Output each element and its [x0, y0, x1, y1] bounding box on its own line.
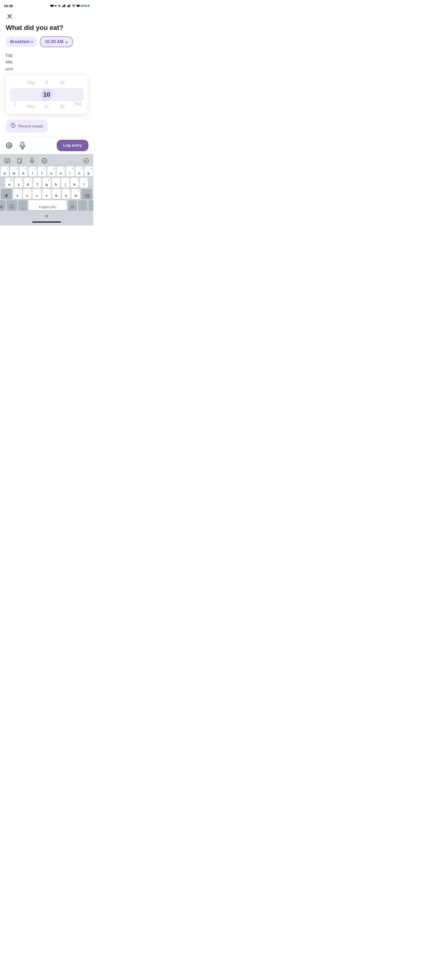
- key-z[interactable]: *z: [13, 189, 22, 199]
- key-q[interactable]: 1q: [1, 167, 9, 177]
- svg-point-20: [11, 124, 12, 124]
- keyboard: 1q 2w 3e 4r 5t 6y 7u 8i 9o 0p @a #s £d _…: [0, 154, 93, 225]
- key-space[interactable]: English (UK): [29, 200, 67, 210]
- key-j[interactable]: +j: [61, 178, 69, 188]
- key-p[interactable]: 0p: [85, 167, 93, 177]
- key-shift[interactable]: [1, 189, 12, 199]
- svg-marker-1: [53, 5, 54, 6]
- keyboard-sticker-icon[interactable]: [15, 156, 24, 165]
- keyboard-collapse-button[interactable]: ∨: [0, 212, 93, 220]
- time-button[interactable]: 10:29 AM ▲: [40, 37, 73, 47]
- key-d[interactable]: £d: [24, 178, 32, 188]
- key-t[interactable]: 5t: [38, 167, 46, 177]
- picker-day-selected: 1: [8, 86, 23, 99]
- key-f[interactable]: _f: [33, 178, 41, 188]
- key-c[interactable]: 'c: [33, 189, 41, 199]
- key-voice-hint[interactable]: [68, 200, 77, 210]
- key-b[interactable]: ;b: [52, 189, 61, 199]
- keyboard-voice-icon[interactable]: [28, 156, 36, 165]
- key-l[interactable]: )l: [80, 178, 88, 188]
- picker-hour-above: 9: [39, 77, 54, 88]
- recent-meals-button[interactable]: Recent meals: [6, 119, 48, 133]
- keyboard-emoji-icon[interactable]: [3, 156, 11, 165]
- key-a[interactable]: @a: [5, 178, 13, 188]
- picker-column-day[interactable]: 1 2: [8, 78, 23, 111]
- picker-column-minute[interactable]: 28 29 30: [54, 75, 70, 114]
- svg-rect-10: [68, 5, 68, 7]
- food-item-milk: Milk: [6, 59, 87, 66]
- close-button[interactable]: [6, 13, 13, 20]
- key-g[interactable]: &g: [43, 178, 51, 188]
- key-k[interactable]: (k: [71, 178, 79, 188]
- signal-bars-icon: [62, 4, 66, 7]
- key-s[interactable]: #s: [14, 178, 23, 188]
- keyboard-row-1: 1q 2w 3e 4r 5t 6y 7u 8i 9o 0p: [1, 167, 92, 177]
- svg-rect-30: [31, 158, 33, 162]
- keyboard-row-3: *z "x 'c :v ;b !n ?m: [1, 189, 92, 199]
- key-v[interactable]: :v: [42, 189, 51, 199]
- toolbar: Log entry: [0, 137, 93, 154]
- picker-column-hour[interactable]: 9 10 11: [39, 75, 54, 114]
- svg-rect-0: [51, 5, 53, 7]
- recent-meals-label: Recent meals: [18, 124, 43, 129]
- key-e[interactable]: 3e: [19, 167, 27, 177]
- key-r[interactable]: 4r: [29, 167, 37, 177]
- microphone-icon[interactable]: [18, 141, 27, 150]
- key-o[interactable]: 9o: [75, 167, 84, 177]
- svg-point-38: [10, 205, 14, 208]
- meal-row: Breakfast ▾ 10:29 AM ▲: [6, 37, 87, 47]
- svg-point-28: [6, 160, 7, 161]
- home-indicator-area: [0, 220, 93, 223]
- meal-type-button[interactable]: Breakfast ▾: [6, 37, 37, 47]
- key-w[interactable]: 2w: [10, 167, 18, 177]
- key-emoji[interactable]: [6, 200, 17, 210]
- key-backspace[interactable]: [81, 189, 92, 199]
- time-label: 10:29 AM: [45, 39, 63, 44]
- svg-rect-24: [21, 142, 24, 146]
- key-x[interactable]: "x: [23, 189, 32, 199]
- wifi-icon: [72, 4, 76, 7]
- key-u[interactable]: 7u: [57, 167, 65, 177]
- muted-mic-icon: [57, 4, 61, 7]
- key-comma[interactable]: ,: [18, 200, 27, 210]
- key-numeric[interactable]: ?123: [0, 200, 5, 210]
- picker-column-ampm[interactable]: AM PM: [70, 78, 86, 111]
- picker-month-selected: Oct: [23, 88, 39, 101]
- key-y[interactable]: 6y: [48, 167, 56, 177]
- recent-meals-icon: [11, 123, 16, 129]
- svg-rect-11: [69, 5, 69, 7]
- food-items-list: Egg Milk pork: [6, 52, 87, 73]
- key-m[interactable]: ?m: [71, 189, 80, 199]
- picker-ampm-selected: AM: [70, 86, 86, 99]
- log-entry-button[interactable]: Log entry: [57, 140, 89, 151]
- keyboard-bottom-row: ?123 , English (UK) . ↵: [1, 200, 92, 210]
- svg-point-33: [43, 160, 44, 161]
- svg-point-34: [45, 160, 46, 161]
- home-indicator: [32, 221, 61, 223]
- picker-inner: 1 2 Sep Oct Nov 9 10 11 28 29 30: [6, 75, 87, 114]
- picker-column-month[interactable]: Sep Oct Nov: [23, 75, 39, 114]
- collapse-icon: ∨: [45, 213, 49, 218]
- keyboard-bitmoji-icon[interactable]: [40, 156, 49, 165]
- key-enter[interactable]: ↵: [89, 200, 93, 210]
- camera-ai-icon[interactable]: [5, 141, 13, 150]
- svg-point-13: [73, 7, 74, 7]
- key-n[interactable]: !n: [62, 189, 71, 199]
- page-title: What did you eat?: [6, 24, 87, 32]
- picker-ampm-above: [70, 80, 86, 86]
- battery-percent: 93%: [81, 4, 87, 8]
- datetime-picker[interactable]: 1 2 Sep Oct Nov 9 10 11 28 29 30: [6, 75, 87, 114]
- log-entry-label: Log entry: [63, 143, 82, 148]
- key-period[interactable]: .: [78, 200, 87, 210]
- svg-rect-6: [63, 5, 63, 7]
- svg-rect-7: [64, 5, 64, 7]
- key-i[interactable]: 8i: [66, 167, 74, 177]
- keyboard-collapse-icon[interactable]: [82, 156, 90, 165]
- key-h[interactable]: -h: [52, 178, 60, 188]
- svg-rect-15: [77, 5, 79, 6]
- keyboard-top-icons-left: [3, 156, 49, 165]
- toolbar-left: [5, 141, 27, 150]
- svg-rect-41: [72, 205, 73, 207]
- picker-hour-selected: 10: [39, 88, 54, 101]
- picker-day-below: 2: [8, 99, 23, 110]
